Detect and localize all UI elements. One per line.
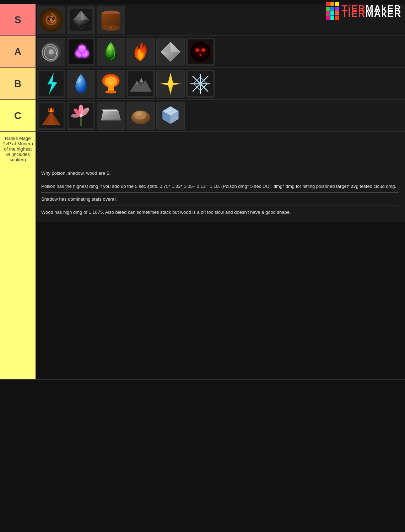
tier-item-plasma[interactable]: [67, 38, 95, 66]
desc-text-poison: Poison has the highest dmg if you add up…: [41, 183, 399, 190]
svg-point-90: [136, 112, 142, 116]
desc-row-2: Why poison, shadow, wood are S. Poison h…: [0, 166, 405, 380]
divider-1: [41, 180, 399, 180]
tier-label-c: C: [0, 100, 36, 131]
tier-row-b: B: [0, 68, 405, 100]
svg-point-21: [49, 49, 54, 54]
tier-item-darkness[interactable]: [186, 38, 215, 66]
svg-point-81: [80, 114, 83, 118]
svg-point-47: [105, 76, 117, 86]
tier-item-shadow[interactable]: [67, 6, 95, 34]
desc-label-1: Ranks Mage PvP at Munera of the highest …: [0, 132, 36, 166]
tier-item-earth[interactable]: [126, 70, 155, 98]
svg-point-38: [195, 48, 200, 53]
tier-item-ash[interactable]: [37, 102, 65, 130]
svg-point-50: [105, 90, 117, 93]
desc-label-2: [0, 166, 36, 379]
tier-item-lightning[interactable]: [37, 70, 65, 98]
divider-2: [41, 192, 399, 193]
tier-item-wind[interactable]: [67, 102, 95, 130]
desc-content-2: Why poison, shadow, wood are S. Poison h…: [36, 166, 405, 222]
desc-content-1: [36, 132, 405, 166]
tier-row-a: A: [0, 36, 405, 68]
tier-item-poison[interactable]: [37, 6, 65, 34]
tier-item-gold[interactable]: [156, 70, 185, 98]
logo-overlay: TiERMAkER: [326, 2, 401, 15]
divider-3: [41, 206, 399, 206]
svg-marker-58: [162, 75, 179, 93]
svg-point-40: [201, 48, 206, 53]
tier-item-explosion[interactable]: [97, 70, 125, 98]
tier-content-c: [36, 100, 405, 131]
tier-content-a: [36, 36, 405, 67]
svg-point-4: [49, 18, 50, 19]
desc-text-why: Why poison, shadow, wood are S.: [41, 170, 399, 177]
tier-item-water[interactable]: [67, 70, 95, 98]
tier-label-b: B: [0, 68, 36, 99]
tier-item-ice[interactable]: [186, 70, 215, 98]
svg-point-80: [71, 114, 80, 118]
svg-point-31: [76, 43, 88, 55]
svg-point-36: [190, 42, 210, 62]
tier-item-magma[interactable]: [37, 38, 65, 66]
svg-point-5: [53, 18, 54, 19]
tier-row-c: C: [0, 100, 405, 132]
desc-text-shadow: Shadow has dominating stats overall.: [41, 196, 399, 203]
logo-squares: [326, 2, 339, 15]
tier-content-b: [36, 68, 405, 99]
desc-text-wood: Wood has high dmg of 1.1875. Also bleed …: [41, 209, 399, 216]
tier-item-wood[interactable]: [97, 6, 125, 34]
tier-item-glass[interactable]: [156, 102, 185, 130]
svg-point-19: [109, 27, 113, 28]
tier-item-metal[interactable]: [156, 38, 185, 66]
svg-point-72: [199, 82, 202, 86]
tier-item-acid[interactable]: [97, 38, 125, 66]
brand-name-text: TiERMAkER: [342, 3, 401, 14]
tier-item-sand[interactable]: [126, 102, 155, 130]
tier-label-a: A: [0, 36, 36, 67]
tier-item-iron[interactable]: [97, 102, 125, 130]
desc-row-1: Ranks Mage PvP at Munera of the highest …: [0, 132, 405, 166]
svg-point-41: [199, 54, 201, 56]
svg-marker-84: [102, 110, 119, 111]
tier-item-fire[interactable]: [126, 38, 155, 66]
tier-label-s: S: [0, 4, 36, 36]
